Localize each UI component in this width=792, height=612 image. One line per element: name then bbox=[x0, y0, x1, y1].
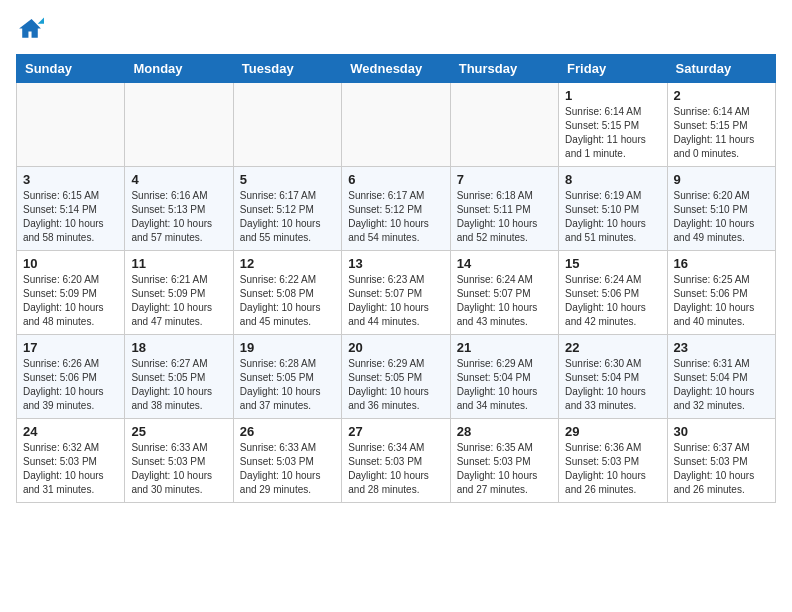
calendar-day-cell: 12Sunrise: 6:22 AM Sunset: 5:08 PM Dayli… bbox=[233, 251, 341, 335]
day-info: Sunrise: 6:34 AM Sunset: 5:03 PM Dayligh… bbox=[348, 441, 443, 497]
calendar-day-cell: 7Sunrise: 6:18 AM Sunset: 5:11 PM Daylig… bbox=[450, 167, 558, 251]
calendar-day-cell: 3Sunrise: 6:15 AM Sunset: 5:14 PM Daylig… bbox=[17, 167, 125, 251]
day-number: 21 bbox=[457, 340, 552, 355]
calendar-day-cell bbox=[125, 83, 233, 167]
day-info: Sunrise: 6:37 AM Sunset: 5:03 PM Dayligh… bbox=[674, 441, 769, 497]
day-info: Sunrise: 6:14 AM Sunset: 5:15 PM Dayligh… bbox=[674, 105, 769, 161]
day-info: Sunrise: 6:30 AM Sunset: 5:04 PM Dayligh… bbox=[565, 357, 660, 413]
calendar-day-cell: 30Sunrise: 6:37 AM Sunset: 5:03 PM Dayli… bbox=[667, 419, 775, 503]
calendar-day-header: Tuesday bbox=[233, 55, 341, 83]
calendar-day-cell: 13Sunrise: 6:23 AM Sunset: 5:07 PM Dayli… bbox=[342, 251, 450, 335]
day-number: 18 bbox=[131, 340, 226, 355]
day-info: Sunrise: 6:23 AM Sunset: 5:07 PM Dayligh… bbox=[348, 273, 443, 329]
day-number: 19 bbox=[240, 340, 335, 355]
calendar-day-cell bbox=[17, 83, 125, 167]
day-number: 5 bbox=[240, 172, 335, 187]
calendar-day-cell: 22Sunrise: 6:30 AM Sunset: 5:04 PM Dayli… bbox=[559, 335, 667, 419]
day-number: 8 bbox=[565, 172, 660, 187]
day-info: Sunrise: 6:33 AM Sunset: 5:03 PM Dayligh… bbox=[131, 441, 226, 497]
day-number: 4 bbox=[131, 172, 226, 187]
calendar-day-cell: 4Sunrise: 6:16 AM Sunset: 5:13 PM Daylig… bbox=[125, 167, 233, 251]
day-info: Sunrise: 6:19 AM Sunset: 5:10 PM Dayligh… bbox=[565, 189, 660, 245]
calendar-day-cell: 18Sunrise: 6:27 AM Sunset: 5:05 PM Dayli… bbox=[125, 335, 233, 419]
day-number: 16 bbox=[674, 256, 769, 271]
svg-marker-0 bbox=[19, 19, 41, 38]
calendar-week-row: 3Sunrise: 6:15 AM Sunset: 5:14 PM Daylig… bbox=[17, 167, 776, 251]
calendar-day-cell: 24Sunrise: 6:32 AM Sunset: 5:03 PM Dayli… bbox=[17, 419, 125, 503]
day-info: Sunrise: 6:29 AM Sunset: 5:04 PM Dayligh… bbox=[457, 357, 552, 413]
calendar-header-row: SundayMondayTuesdayWednesdayThursdayFrid… bbox=[17, 55, 776, 83]
calendar-day-header: Monday bbox=[125, 55, 233, 83]
calendar-day-cell: 25Sunrise: 6:33 AM Sunset: 5:03 PM Dayli… bbox=[125, 419, 233, 503]
calendar-day-header: Sunday bbox=[17, 55, 125, 83]
day-info: Sunrise: 6:36 AM Sunset: 5:03 PM Dayligh… bbox=[565, 441, 660, 497]
calendar-day-cell: 29Sunrise: 6:36 AM Sunset: 5:03 PM Dayli… bbox=[559, 419, 667, 503]
calendar-day-header: Saturday bbox=[667, 55, 775, 83]
day-number: 28 bbox=[457, 424, 552, 439]
day-number: 22 bbox=[565, 340, 660, 355]
day-number: 11 bbox=[131, 256, 226, 271]
calendar-week-row: 24Sunrise: 6:32 AM Sunset: 5:03 PM Dayli… bbox=[17, 419, 776, 503]
day-info: Sunrise: 6:22 AM Sunset: 5:08 PM Dayligh… bbox=[240, 273, 335, 329]
calendar-day-cell bbox=[342, 83, 450, 167]
day-info: Sunrise: 6:20 AM Sunset: 5:09 PM Dayligh… bbox=[23, 273, 118, 329]
day-number: 26 bbox=[240, 424, 335, 439]
calendar-table: SundayMondayTuesdayWednesdayThursdayFrid… bbox=[16, 54, 776, 503]
day-info: Sunrise: 6:24 AM Sunset: 5:07 PM Dayligh… bbox=[457, 273, 552, 329]
calendar-day-cell: 26Sunrise: 6:33 AM Sunset: 5:03 PM Dayli… bbox=[233, 419, 341, 503]
page-header bbox=[16, 16, 776, 44]
calendar-day-header: Thursday bbox=[450, 55, 558, 83]
calendar-day-cell: 8Sunrise: 6:19 AM Sunset: 5:10 PM Daylig… bbox=[559, 167, 667, 251]
day-info: Sunrise: 6:26 AM Sunset: 5:06 PM Dayligh… bbox=[23, 357, 118, 413]
calendar-day-cell: 20Sunrise: 6:29 AM Sunset: 5:05 PM Dayli… bbox=[342, 335, 450, 419]
day-number: 1 bbox=[565, 88, 660, 103]
calendar-day-cell: 21Sunrise: 6:29 AM Sunset: 5:04 PM Dayli… bbox=[450, 335, 558, 419]
day-number: 14 bbox=[457, 256, 552, 271]
svg-marker-1 bbox=[38, 18, 44, 24]
day-number: 13 bbox=[348, 256, 443, 271]
day-info: Sunrise: 6:17 AM Sunset: 5:12 PM Dayligh… bbox=[348, 189, 443, 245]
calendar-week-row: 10Sunrise: 6:20 AM Sunset: 5:09 PM Dayli… bbox=[17, 251, 776, 335]
calendar-day-cell: 11Sunrise: 6:21 AM Sunset: 5:09 PM Dayli… bbox=[125, 251, 233, 335]
calendar-week-row: 17Sunrise: 6:26 AM Sunset: 5:06 PM Dayli… bbox=[17, 335, 776, 419]
day-number: 29 bbox=[565, 424, 660, 439]
calendar-day-cell: 2Sunrise: 6:14 AM Sunset: 5:15 PM Daylig… bbox=[667, 83, 775, 167]
calendar-day-cell: 1Sunrise: 6:14 AM Sunset: 5:15 PM Daylig… bbox=[559, 83, 667, 167]
calendar-day-cell: 17Sunrise: 6:26 AM Sunset: 5:06 PM Dayli… bbox=[17, 335, 125, 419]
calendar-day-cell bbox=[450, 83, 558, 167]
day-info: Sunrise: 6:15 AM Sunset: 5:14 PM Dayligh… bbox=[23, 189, 118, 245]
day-info: Sunrise: 6:17 AM Sunset: 5:12 PM Dayligh… bbox=[240, 189, 335, 245]
day-info: Sunrise: 6:20 AM Sunset: 5:10 PM Dayligh… bbox=[674, 189, 769, 245]
day-number: 24 bbox=[23, 424, 118, 439]
calendar-day-header: Friday bbox=[559, 55, 667, 83]
day-info: Sunrise: 6:35 AM Sunset: 5:03 PM Dayligh… bbox=[457, 441, 552, 497]
day-number: 2 bbox=[674, 88, 769, 103]
day-info: Sunrise: 6:33 AM Sunset: 5:03 PM Dayligh… bbox=[240, 441, 335, 497]
day-number: 17 bbox=[23, 340, 118, 355]
day-info: Sunrise: 6:31 AM Sunset: 5:04 PM Dayligh… bbox=[674, 357, 769, 413]
calendar-day-cell: 23Sunrise: 6:31 AM Sunset: 5:04 PM Dayli… bbox=[667, 335, 775, 419]
calendar-day-cell bbox=[233, 83, 341, 167]
day-number: 23 bbox=[674, 340, 769, 355]
day-number: 9 bbox=[674, 172, 769, 187]
calendar-day-cell: 5Sunrise: 6:17 AM Sunset: 5:12 PM Daylig… bbox=[233, 167, 341, 251]
calendar-day-cell: 14Sunrise: 6:24 AM Sunset: 5:07 PM Dayli… bbox=[450, 251, 558, 335]
day-info: Sunrise: 6:32 AM Sunset: 5:03 PM Dayligh… bbox=[23, 441, 118, 497]
day-info: Sunrise: 6:16 AM Sunset: 5:13 PM Dayligh… bbox=[131, 189, 226, 245]
logo-icon bbox=[16, 16, 44, 44]
logo bbox=[16, 16, 48, 44]
day-number: 30 bbox=[674, 424, 769, 439]
day-info: Sunrise: 6:18 AM Sunset: 5:11 PM Dayligh… bbox=[457, 189, 552, 245]
day-number: 27 bbox=[348, 424, 443, 439]
day-number: 3 bbox=[23, 172, 118, 187]
day-number: 7 bbox=[457, 172, 552, 187]
day-info: Sunrise: 6:21 AM Sunset: 5:09 PM Dayligh… bbox=[131, 273, 226, 329]
day-info: Sunrise: 6:29 AM Sunset: 5:05 PM Dayligh… bbox=[348, 357, 443, 413]
day-number: 12 bbox=[240, 256, 335, 271]
calendar-day-cell: 10Sunrise: 6:20 AM Sunset: 5:09 PM Dayli… bbox=[17, 251, 125, 335]
calendar-day-cell: 15Sunrise: 6:24 AM Sunset: 5:06 PM Dayli… bbox=[559, 251, 667, 335]
day-info: Sunrise: 6:14 AM Sunset: 5:15 PM Dayligh… bbox=[565, 105, 660, 161]
calendar-day-header: Wednesday bbox=[342, 55, 450, 83]
calendar-day-cell: 27Sunrise: 6:34 AM Sunset: 5:03 PM Dayli… bbox=[342, 419, 450, 503]
calendar-day-cell: 19Sunrise: 6:28 AM Sunset: 5:05 PM Dayli… bbox=[233, 335, 341, 419]
